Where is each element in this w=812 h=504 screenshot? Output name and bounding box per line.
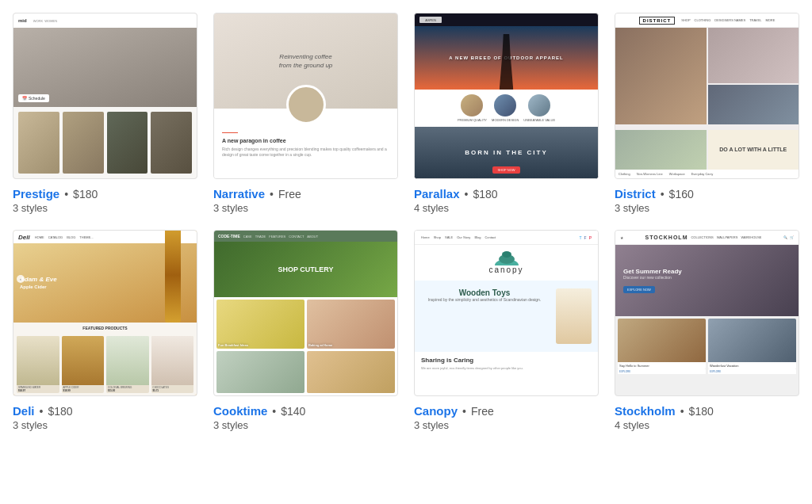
parallax-name-link[interactable]: Parallax — [414, 187, 460, 200]
stockholm-grid-btn-1[interactable]: EXPLORE — [618, 369, 706, 374]
canopy-link-4: Our Story — [457, 235, 470, 239]
parallax-hero: A NEW BREED OF OUTDOOR APPAREL — [415, 26, 598, 90]
stockholm-title-row: Stockholm • $180 — [615, 404, 799, 418]
canopy-dot: • — [462, 405, 466, 418]
schedule-label: Schedule — [29, 96, 45, 101]
cooktime-title-row: Cooktime • $140 — [213, 404, 398, 418]
canopy-styles: 3 styles — [414, 419, 599, 431]
canopy-logo-text: canopy — [488, 265, 523, 274]
stockholm-info: Stockholm • $180 4 styles — [615, 404, 799, 431]
cooktime-hero-text: SHOP CUTLERY — [278, 265, 333, 273]
canopy-nav-links: Home Shop SALE Our Story Blog Contact — [421, 235, 496, 239]
canopy-logo-section: canopy — [415, 245, 598, 281]
theme-card-cooktime[interactable]: CODE·TIME CASE TRADE FEATURES CONTACT AB… — [213, 230, 398, 431]
theme-card-prestige[interactable]: mid WORK WOMEN 📅 Schedule Prestige • $18 — [13, 13, 197, 214]
deli-name-link[interactable]: Deli — [13, 404, 35, 418]
prestige-product-3 — [107, 112, 148, 174]
theme-preview-parallax: ASPEN A NEW BREED OF OUTDOOR APPAREL PRE… — [414, 13, 599, 179]
canopy-title-row: Canopy • Free — [414, 404, 599, 418]
cooktime-top-bar: CODE·TIME CASE TRADE FEATURES CONTACT AB… — [214, 231, 397, 242]
narrative-info: Narrative • Free 3 styles — [213, 187, 398, 214]
stockholm-search-icon: 🔍 — [783, 235, 787, 239]
canopy-price: Free — [471, 405, 494, 418]
narrative-styles: 3 styles — [213, 202, 398, 214]
canopy-sharing-title: Sharing is Caring — [421, 357, 592, 364]
deli-left-arrow[interactable]: ‹ — [17, 275, 25, 283]
canopy-link-3: SALE — [445, 235, 453, 239]
narrative-content-title: A new paragon in coffee — [222, 138, 389, 143]
prestige-products — [13, 107, 197, 178]
deli-bottle — [165, 230, 181, 323]
stockholm-dot: • — [680, 405, 684, 418]
deli-logo: Deli — [18, 234, 30, 241]
deli-link-2: CATALOG — [48, 235, 63, 239]
cooktime-price: $140 — [281, 405, 305, 418]
parallax-info: Parallax • $180 4 styles — [414, 187, 599, 214]
canopy-hero-title: Wooden Toys — [421, 288, 548, 297]
parallax-styles: 4 styles — [414, 202, 599, 214]
cooktime-grid-3 — [216, 351, 304, 393]
cooktime-hero: SHOP CUTLERY — [214, 242, 397, 297]
theme-card-deli[interactable]: Deli HOME CATALOG BLOG THEME... Adam & E… — [13, 230, 197, 431]
deli-price: $180 — [48, 405, 72, 418]
theme-card-parallax[interactable]: ASPEN A NEW BREED OF OUTDOOR APPAREL PRE… — [414, 13, 599, 214]
prestige-product-2 — [63, 112, 104, 174]
cooktime-name-link[interactable]: Cooktime — [213, 404, 267, 418]
prestige-dot: • — [64, 188, 68, 200]
theme-card-canopy[interactable]: Home Shop SALE Our Story Blog Contact T … — [414, 230, 599, 431]
cooktime-grid-4 — [307, 351, 395, 393]
deli-featured: FEATURED PRODUCTS — [13, 323, 197, 334]
stockholm-hero-btn[interactable]: EXPLORE NOW — [623, 286, 655, 293]
theme-card-stockholm[interactable]: ★ STOCKHOLM COLLECTIONS WALLPAPERS WAREH… — [615, 230, 799, 431]
theme-card-district[interactable]: DISTRICT SHOP CLOTHING DESIGNERS NAMES T… — [615, 13, 799, 214]
canopy-sharing: Sharing is Caring We are more joyful, ec… — [415, 352, 598, 395]
prestige-nav: mid WORK WOMEN — [13, 13, 197, 28]
stockholm-grid-btn-2[interactable]: EXPLORE — [708, 369, 796, 374]
stockholm-link-2: WALLPAPERS — [717, 235, 738, 239]
deli-dot: • — [40, 405, 44, 418]
stockholm-hero-content: Get Summer Ready Discover our new collec… — [623, 268, 682, 294]
parallax-city-btn: SHOP NOW — [492, 166, 519, 174]
district-info: District • $160 3 styles — [615, 187, 799, 214]
district-label-2: Non-Womens Line — [637, 172, 663, 176]
district-nav-links: SHOP CLOTHING DESIGNERS NAMES TRAVEL MOR… — [681, 18, 775, 22]
stockholm-grid-img-1 — [618, 319, 706, 362]
prestige-product-1 — [18, 112, 59, 174]
cooktime-link-5: ABOUT — [307, 235, 318, 239]
stockholm-link-3: WAREHOUSE — [741, 235, 761, 239]
prestige-schedule-btn: 📅 Schedule — [18, 94, 49, 102]
prestige-name-link[interactable]: Prestige — [13, 187, 59, 200]
stockholm-grid-label-2: Wanderlust Vacation — [708, 362, 796, 369]
stockholm-name-link[interactable]: Stockholm — [615, 404, 676, 418]
theme-preview-stockholm: ★ STOCKHOLM COLLECTIONS WALLPAPERS WAREH… — [615, 230, 799, 396]
theme-card-narrative[interactable]: Reinventing coffee from the ground up A … — [213, 13, 398, 214]
prestige-price: $180 — [73, 188, 98, 200]
deli-styles: 3 styles — [13, 419, 197, 431]
stockholm-nav-icons: 🔍 🛒 — [783, 235, 794, 239]
canopy-link-6: Contact — [485, 235, 496, 239]
stockholm-logo: STOCKHOLM — [645, 235, 688, 240]
canopy-name-link[interactable]: Canopy — [414, 404, 458, 418]
district-label-4: Everyday Carry — [691, 172, 714, 176]
narrative-dot: • — [270, 188, 274, 200]
district-name-link[interactable]: District — [615, 187, 656, 200]
canopy-nav: Home Shop SALE Our Story Blog Contact T … — [415, 231, 598, 245]
stockholm-hero-subtitle: Discover our new collection — [623, 275, 682, 280]
district-styles: 3 styles — [615, 202, 799, 214]
stockholm-grid: Say Hello to Summer EXPLORE Wanderlust V… — [615, 316, 799, 395]
stockholm-price: $180 — [689, 405, 714, 418]
theme-preview-narrative: Reinventing coffee from the ground up A … — [213, 13, 398, 179]
theme-preview-canopy: Home Shop SALE Our Story Blog Contact T … — [414, 230, 599, 396]
canopy-sharing-text: We are more joyful, eco-friendly items d… — [421, 366, 592, 371]
district-label-3: Workspace — [669, 172, 685, 176]
canopy-link-1: Home — [421, 235, 430, 239]
district-bottom-left — [615, 130, 707, 170]
district-nav: DISTRICT SHOP CLOTHING DESIGNERS NAMES T… — [615, 13, 799, 28]
deli-link-1: HOME — [35, 235, 44, 239]
canopy-link-2: Shop — [434, 235, 441, 239]
narrative-name-link[interactable]: Narrative — [213, 187, 265, 200]
canopy-info: Canopy • Free 3 styles — [414, 404, 599, 431]
district-nav-link-2: CLOTHING — [695, 18, 711, 22]
stockholm-grid-2: Wanderlust Vacation EXPLORE — [708, 319, 796, 393]
deli-product-4: CHOCOLATES$5.71 — [151, 336, 194, 393]
